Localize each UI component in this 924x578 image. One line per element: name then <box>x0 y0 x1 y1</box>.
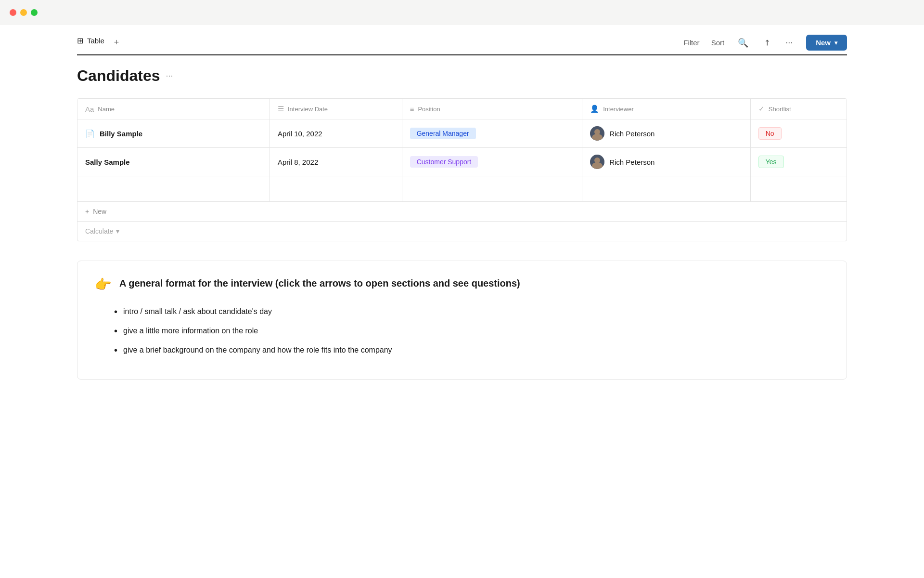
sort-label: Sort <box>711 39 725 47</box>
more-icon: ··· <box>785 38 793 47</box>
new-row-icon: + <box>85 208 89 215</box>
list-item: intro / small talk / ask about candidate… <box>114 306 829 317</box>
interviewer-column-icon: 👤 <box>590 105 599 113</box>
date-column-label: Interview Date <box>288 105 328 113</box>
main-content: ⊞ Table + Filter Sort 🔍 ↗ ··· New ▾ <box>0 25 924 380</box>
date-value: April 10, 2022 <box>278 130 322 138</box>
content-header: 👉 A general format for the interview (cl… <box>95 276 829 292</box>
calculate-button[interactable]: Calculate ▾ <box>85 227 119 235</box>
link-button[interactable]: ↗ <box>762 36 772 50</box>
position-column-label: Position <box>418 105 440 113</box>
cell-date-sally: April 8, 2022 <box>270 148 402 176</box>
date-value: April 8, 2022 <box>278 158 318 166</box>
cell-date-billy: April 10, 2022 <box>270 119 402 148</box>
cell-name-sally: Sally Sample <box>77 148 270 176</box>
table-row[interactable]: Sally Sample April 8, 2022 Customer Supp… <box>77 148 847 176</box>
toolbar: ⊞ Table + Filter Sort 🔍 ↗ ··· New ▾ <box>77 25 847 55</box>
cell-name-billy: 📄 Billy Sample <box>77 119 270 148</box>
cell-position-billy: General Manager <box>402 119 582 148</box>
shortlist-badge: No <box>758 127 782 140</box>
calculate-chevron: ▾ <box>116 227 119 235</box>
page-menu-button[interactable]: ··· <box>166 71 173 81</box>
filter-button[interactable]: Filter <box>683 39 699 47</box>
date-column-icon: ☰ <box>278 105 284 113</box>
cell-interviewer-sally: Rich Peterson <box>582 148 751 176</box>
position-badge: Customer Support <box>410 156 478 168</box>
cell-interviewer-billy: Rich Peterson <box>582 119 751 148</box>
row-doc-icon: 📄 <box>85 129 95 138</box>
column-header-name[interactable]: Aa Name <box>77 99 270 119</box>
table-icon: ⊞ <box>77 36 83 45</box>
page-title: Candidates <box>77 67 160 85</box>
avatar <box>590 155 604 169</box>
cell-position-sally: Customer Support <box>402 148 582 176</box>
link-icon: ↗ <box>761 37 772 48</box>
content-list: intro / small talk / ask about candidate… <box>95 306 829 356</box>
name-value: Billy Sample <box>100 130 142 138</box>
candidates-table: Aa Name ☰ Interview Date ≡ Positio <box>77 98 847 241</box>
list-item-text: give a little more information on the ro… <box>123 325 258 337</box>
toolbar-left: ⊞ Table + <box>77 36 121 50</box>
more-options-button[interactable]: ··· <box>783 36 795 50</box>
page-header: Candidates ··· <box>77 67 847 85</box>
add-new-row-button[interactable]: + New <box>77 201 847 221</box>
content-emoji: 👉 <box>95 276 112 292</box>
search-button[interactable]: 🔍 <box>736 36 750 50</box>
traffic-light-red[interactable] <box>10 9 16 16</box>
cell-shortlist-billy: No <box>750 119 847 148</box>
calculate-label: Calculate <box>85 227 113 235</box>
name-value: Sally Sample <box>85 158 130 166</box>
sort-button[interactable]: Sort <box>711 39 725 47</box>
traffic-light-yellow[interactable] <box>20 9 27 16</box>
calculate-row: Calculate ▾ <box>77 221 847 241</box>
table-header-row: Aa Name ☰ Interview Date ≡ Positio <box>77 99 847 119</box>
interviewer-name: Rich Peterson <box>609 130 654 138</box>
add-view-button[interactable]: + <box>112 36 121 50</box>
filter-label: Filter <box>683 39 699 47</box>
interviewer-name: Rich Peterson <box>609 158 654 166</box>
shortlist-column-label: Shortlist <box>769 105 791 113</box>
column-header-position[interactable]: ≡ Position <box>402 99 582 119</box>
new-button-chevron: ▾ <box>834 39 837 46</box>
content-block: 👉 A general format for the interview (cl… <box>77 261 847 380</box>
list-item-text: give a brief background on the company a… <box>123 344 392 356</box>
list-item: give a brief background on the company a… <box>114 344 829 356</box>
name-column-label: Name <box>98 105 115 113</box>
name-column-icon: Aa <box>85 105 94 113</box>
list-item: give a little more information on the ro… <box>114 325 829 337</box>
column-header-date[interactable]: ☰ Interview Date <box>270 99 402 119</box>
avatar <box>590 126 604 141</box>
interviewer-column-label: Interviewer <box>603 105 634 113</box>
table-row[interactable]: 📄 Billy Sample April 10, 2022 General Ma… <box>77 119 847 148</box>
shortlist-badge: Yes <box>758 156 784 168</box>
content-title: A general format for the interview (clic… <box>119 276 520 290</box>
list-item-text: intro / small talk / ask about candidate… <box>123 306 272 317</box>
cell-shortlist-sally: Yes <box>750 148 847 176</box>
shortlist-column-icon: ✓ <box>758 105 765 113</box>
column-header-interviewer[interactable]: 👤 Interviewer <box>582 99 751 119</box>
traffic-light-green[interactable] <box>31 9 38 16</box>
new-button-label: New <box>816 39 831 47</box>
column-header-shortlist[interactable]: ✓ Shortlist <box>750 99 847 119</box>
tab-table[interactable]: ⊞ Table <box>77 36 104 49</box>
titlebar <box>0 0 924 25</box>
search-icon: 🔍 <box>738 38 748 48</box>
position-badge: General Manager <box>410 128 476 139</box>
page-menu-icon: ··· <box>166 71 173 80</box>
toolbar-right: Filter Sort 🔍 ↗ ··· New ▾ <box>683 35 847 51</box>
new-row-label: New <box>93 208 106 215</box>
position-column-icon: ≡ <box>410 105 414 113</box>
table-row-empty <box>77 176 847 201</box>
tab-table-label: Table <box>87 37 104 45</box>
new-button[interactable]: New ▾ <box>806 35 847 51</box>
